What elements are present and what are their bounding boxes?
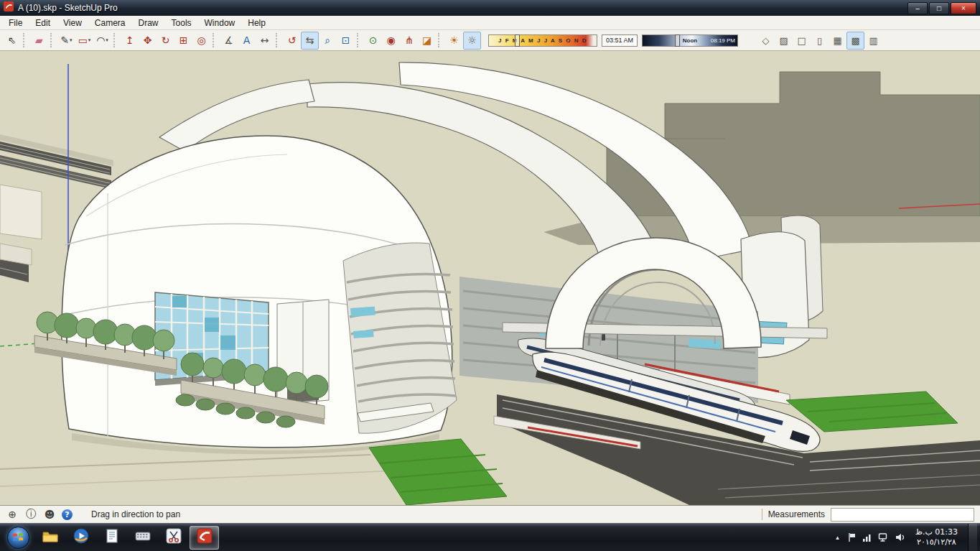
menu-camera[interactable]: Camera [88, 17, 132, 29]
shapes-tool-button[interactable]: ▭▾ [75, 32, 93, 50]
taskbar-app-sketchup[interactable] [190, 526, 219, 550]
menu-file[interactable]: File [2, 17, 29, 29]
taskbar-app-notepad[interactable] [97, 526, 126, 550]
chevron-down-icon: ▾ [88, 38, 91, 43]
signal-bars-icon[interactable] [862, 532, 872, 542]
scale-tool-button[interactable]: ⊞ [174, 32, 192, 50]
shaded-style-icon: ▦ [833, 36, 841, 45]
offset-tool-button[interactable]: ◎ [192, 32, 210, 50]
shadow-time-slider[interactable]: Noon 08:19 PM [642, 34, 738, 47]
move-tool-icon: ✥ [144, 35, 152, 45]
claim-credit-icon[interactable]: ☻ [43, 508, 56, 521]
tray-expand-icon[interactable]: ▴ [834, 532, 841, 542]
toolbar-grip [213, 33, 218, 47]
xray-style-icon: ◇ [762, 36, 770, 45]
walk-tool-icon: ⋔ [405, 35, 414, 45]
zoom-extents-button[interactable]: ⊡ [337, 32, 355, 50]
wireframe-style-button[interactable]: □ [793, 32, 811, 50]
taskbar-app-windows-explorer[interactable] [35, 526, 65, 550]
monochrome-style-icon: ▥ [869, 36, 877, 45]
measurements-input[interactable] [831, 508, 974, 522]
shaded-textures-style-icon: ▩ [851, 36, 859, 45]
minimize-button[interactable]: – [907, 2, 928, 14]
taskbar: ▴ 01:33 ب.ظ ٢٠١٥/١٢/٢٨ [0, 523, 980, 551]
menu-help[interactable]: Help [241, 17, 272, 29]
select-tool-icon: ⇖ [8, 35, 17, 45]
taskbar-app-on-screen-keyboard[interactable] [128, 526, 157, 550]
orbit-tool-button[interactable]: ↺ [283, 32, 301, 50]
shadow-settings-icon: ☼ [467, 35, 477, 45]
end-time-label: 08:19 PM [711, 37, 735, 44]
shaded-style-button[interactable]: ▦ [829, 32, 846, 50]
shadow-settings-button[interactable]: ☼ [463, 32, 481, 50]
menu-edit[interactable]: Edit [29, 17, 57, 29]
credits-icon[interactable]: ⓘ [24, 508, 37, 521]
rotate-tool-button[interactable]: ↻ [157, 32, 174, 50]
start-button[interactable] [1, 524, 34, 551]
position-camera-button[interactable]: ⊙ [364, 32, 382, 50]
date-slider-handle[interactable] [515, 34, 520, 47]
push-pull-tool-icon: ↥ [126, 35, 134, 45]
menu-tools[interactable]: Tools [165, 17, 198, 29]
shadows-toolbar: J F M A M J J A S O N D 03:51 AM Noon 08… [488, 34, 738, 47]
hidden-line-style-button[interactable]: ▯ [811, 32, 829, 50]
walk-tool-button[interactable]: ⋔ [400, 32, 418, 50]
line-tool-button[interactable]: ✎▾ [57, 32, 75, 50]
viewport[interactable] [0, 51, 980, 505]
push-pull-tool-button[interactable]: ↥ [121, 32, 139, 50]
help-icon[interactable]: ? [62, 509, 73, 520]
section-plane-button[interactable]: ◪ [418, 32, 436, 50]
pan-tool-button[interactable]: ⇆ [301, 32, 319, 50]
measurements-label: Measurements [768, 509, 825, 519]
back-edges-style-icon: ▨ [779, 36, 788, 45]
text-tool-button[interactable]: A [238, 32, 256, 50]
menu-bar: File Edit View Camera Draw Tools Window … [0, 16, 980, 30]
toggle-shadows-icon: ☀ [449, 35, 459, 45]
menu-window[interactable]: Window [198, 17, 242, 29]
monochrome-style-button[interactable]: ▥ [864, 32, 882, 50]
select-tool-button[interactable]: ⇖ [3, 32, 21, 50]
taskbar-clock[interactable]: 01:33 ب.ظ ٢٠١٥/١٢/٢٨ [911, 527, 962, 548]
network-icon[interactable] [878, 532, 889, 542]
tape-measure-tool-button[interactable]: ∡ [220, 32, 238, 50]
shadow-date-slider[interactable]: J F M A M J J A S O N D [488, 34, 597, 47]
geolocation-icon[interactable]: ⊕ [6, 508, 19, 521]
close-button[interactable]: × [951, 2, 976, 14]
status-separator [762, 509, 762, 520]
back-edges-style-button[interactable]: ▨ [775, 32, 793, 50]
scissors-icon [165, 527, 182, 547]
dimension-tool-icon: ↔ [261, 35, 269, 45]
look-around-icon: ◉ [386, 35, 395, 45]
xray-style-button[interactable]: ◇ [757, 32, 775, 50]
toggle-shadows-button[interactable]: ☀ [445, 32, 463, 50]
taskbar-app-media-player[interactable] [66, 526, 95, 550]
offset-tool-icon: ◎ [197, 35, 205, 45]
maximize-button[interactable]: □ [929, 2, 949, 14]
action-center-flag-icon[interactable] [847, 532, 857, 542]
volume-icon[interactable] [895, 532, 905, 542]
show-desktop-button[interactable] [968, 524, 977, 551]
look-around-button[interactable]: ◉ [382, 32, 400, 50]
wireframe-style-icon: □ [797, 36, 806, 45]
system-tray: ▴ 01:33 ب.ظ ٢٠١٥/١٢/٢٨ [834, 524, 979, 551]
shadow-time-display[interactable]: 03:51 AM [602, 34, 638, 47]
sketchup-icon [196, 527, 213, 547]
move-tool-button[interactable]: ✥ [139, 32, 157, 50]
noon-label: Noon [683, 37, 697, 44]
time-slider-handle[interactable] [675, 34, 680, 47]
status-bar: ⊕ ⓘ ☻ ? Drag in direction to pan Measure… [0, 505, 980, 523]
sketchup-window: A (10).skp - SketchUp Pro – □ × File Edi… [0, 0, 980, 551]
taskbar-app-snipping-tool[interactable] [159, 526, 188, 550]
orbit-tool-icon: ↺ [288, 35, 297, 45]
toolbar-grip [357, 33, 362, 47]
shaded-textures-style-button[interactable]: ▩ [846, 32, 864, 50]
menu-draw[interactable]: Draw [132, 17, 165, 29]
menu-view[interactable]: View [57, 17, 88, 29]
arcs-tool-button[interactable]: ◠▾ [93, 32, 111, 50]
title-bar: A (10).skp - SketchUp Pro – □ × [0, 0, 980, 16]
arcs-tool-icon: ◠ [96, 35, 105, 45]
dimension-tool-button[interactable]: ↔ [256, 32, 274, 50]
main-toolbar: ⇖ ▰ ✎▾ ▭▾ ◠▾ ↥ ✥ ↻ ⊞ ◎ ∡ A ↔ ↺ ⇆ ⌕ ⊡ ⊙ ◉… [0, 30, 980, 51]
zoom-tool-button[interactable]: ⌕ [319, 32, 337, 50]
eraser-tool-button[interactable]: ▰ [30, 32, 48, 50]
